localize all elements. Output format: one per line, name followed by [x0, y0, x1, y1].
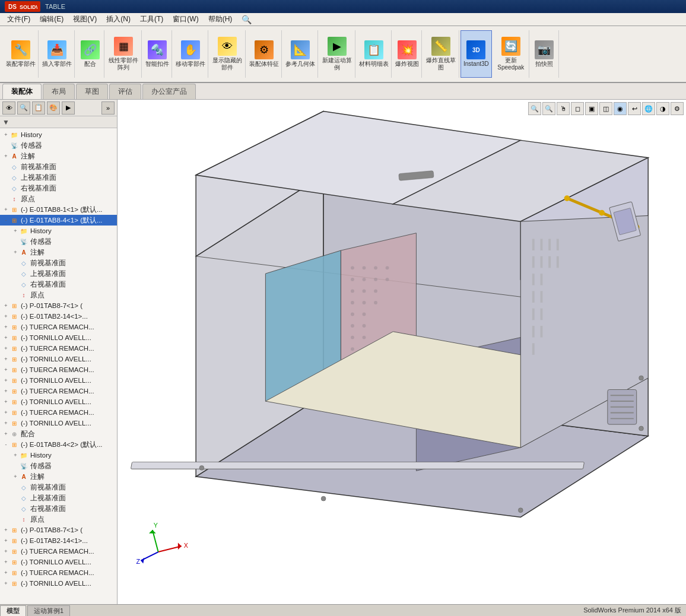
tree-expand-sensor1[interactable]: [2, 142, 9, 149]
toolbar-move[interactable]: ✋ 移动零部件: [173, 30, 208, 78]
tree-item-tuerca-remach3[interactable]: +⊞(-) TUERCA REMACH...: [0, 364, 117, 375]
tab-office[interactable]: 办公室产品: [142, 84, 196, 99]
tree-expand-part-e01tab2-14-2[interactable]: +: [2, 537, 9, 544]
zoom-in-btn[interactable]: 🔍: [528, 102, 541, 115]
menu-edit[interactable]: 编辑(E): [35, 13, 68, 26]
tab-sketch[interactable]: 草图: [76, 84, 108, 99]
tree-expand-plane-right1[interactable]: [2, 185, 9, 192]
tree-item-origin1[interactable]: ↕原点: [0, 193, 117, 204]
tree-item-plane-front2[interactable]: ◇前视基准面: [0, 258, 117, 268]
tree-expand-tornillo-avell6[interactable]: +: [2, 558, 9, 566]
tree-item-tuerca-remach5[interactable]: +⊞(-) TUERCA REMACH...: [0, 407, 117, 418]
tree-item-plane-top3[interactable]: ◇上视基准面: [0, 493, 117, 503]
tree-expand-part-e01tab8-4-2[interactable]: -: [2, 441, 9, 448]
tree-expand-sensor2[interactable]: [12, 238, 19, 245]
view-mode-btn[interactable]: ◻: [571, 102, 584, 115]
settings-btn[interactable]: ⚙: [671, 102, 684, 115]
tree-item-plane-right1[interactable]: ◇右视基准面: [0, 183, 117, 193]
toolbar-new-motion[interactable]: ▶ 新建运动算例: [319, 30, 355, 78]
tree-item-part-e01tab8-4-2[interactable]: -⊞(-) E-01TAB8-4<2> (默认...: [0, 439, 117, 450]
tree-expand-plane-top2[interactable]: [12, 270, 19, 277]
tree-item-tornillo-avell7[interactable]: +⊞(-) TORNILLO AVELL...: [0, 578, 117, 589]
tree-expand-sensor3[interactable]: [12, 462, 19, 469]
viewport[interactable]: 🔍 🔍 🖱 ◻ ▣ ◫ ◉ ↩ 🌐 ◑ ⚙: [117, 100, 686, 604]
tree-item-origin3[interactable]: ↕原点: [0, 514, 117, 525]
lp-play-btn[interactable]: ▶: [62, 101, 75, 115]
lp-list-btn[interactable]: 📋: [32, 101, 45, 115]
menu-help[interactable]: 帮助(H): [204, 13, 237, 26]
status-tab-model[interactable]: 模型: [0, 605, 26, 616]
status-tab-motion[interactable]: 运动算例1: [27, 605, 70, 616]
rotate-btn[interactable]: 🖱: [557, 102, 570, 115]
perspective-btn[interactable]: ◉: [614, 102, 627, 115]
section-btn[interactable]: ◫: [599, 102, 612, 115]
tree-item-part-e01tab2-14-2[interactable]: +⊞(-) E-01TAB2-14<1>...: [0, 535, 117, 546]
tree-item-plane-front3[interactable]: ◇前视基准面: [0, 482, 117, 493]
tree-expand-tuerca-remach3[interactable]: +: [2, 366, 9, 373]
toolbar-bom[interactable]: 📋 材料明细表: [357, 30, 392, 78]
tree-expand-tuerca-remach1[interactable]: +: [2, 323, 9, 331]
tree-item-sensor1[interactable]: 📡传感器: [0, 140, 117, 151]
tree-item-annotation1[interactable]: +A注解: [0, 151, 117, 161]
tree-item-annotation3[interactable]: +A注解: [0, 471, 117, 482]
toolbar-linear[interactable]: ▦ 线性零部件阵列: [106, 30, 142, 78]
tree-item-history3[interactable]: +📁History: [0, 450, 117, 461]
tree-expand-history3[interactable]: +: [12, 452, 19, 459]
tree-expand-plane-front2[interactable]: [12, 259, 19, 266]
tree-item-history1[interactable]: +📁History: [0, 129, 117, 140]
toolbar-update[interactable]: 🔄 更新Speedpak: [493, 30, 529, 78]
tree-item-tornillo-avell4[interactable]: +⊞(-) TORNILLO AVELL...: [0, 396, 117, 407]
tab-assembly[interactable]: 装配体: [2, 84, 42, 99]
tree-expand-mate1[interactable]: +: [2, 430, 9, 437]
tree-item-tuerca-remach2[interactable]: +⊞(-) TUERCA REMACH...: [0, 343, 117, 354]
lp-view-btn[interactable]: 👁: [2, 101, 15, 115]
tree-item-part-e01tab8-1[interactable]: +⊞(-) E-01TAB8-1<1> (默认...: [0, 204, 117, 215]
tree-expand-plane-right2[interactable]: [12, 281, 19, 288]
tree-item-tuerca-remach7[interactable]: +⊞(-) TUERCA REMACH...: [0, 567, 117, 578]
tree-item-tuerca-remach6[interactable]: +⊞(-) TUERCA REMACH...: [0, 546, 117, 557]
tree-item-plane-front1[interactable]: ◇前视基准面: [0, 161, 117, 172]
tree-expand-plane-front3[interactable]: [12, 484, 19, 491]
zoom-out-btn[interactable]: 🔍: [542, 102, 555, 115]
tree-expand-plane-top1[interactable]: [2, 174, 9, 181]
tree-item-tuerca-remach4[interactable]: +⊞(-) TUERCA REMACH...: [0, 386, 117, 396]
tree-item-tornillo-avell1[interactable]: +⊞(-) TORNILLO AVELL...: [0, 332, 117, 343]
tree-item-plane-right2[interactable]: ◇右视基准面: [0, 279, 117, 290]
tree-item-part-p01tab8-7-1[interactable]: +⊞(-) P-01TAB8-7<1> (: [0, 300, 117, 311]
tree-expand-tornillo-avell7[interactable]: +: [2, 580, 9, 587]
tree-item-tuerca-remach1[interactable]: +⊞(-) TUERCA REMACH...: [0, 322, 117, 332]
tree-item-history2[interactable]: +📁History: [0, 226, 117, 236]
toolbar-assemble[interactable]: 🔧 装配零部件: [4, 30, 39, 78]
tree-expand-part-p01tab8-7-2[interactable]: +: [2, 526, 9, 534]
toolbar-mate[interactable]: 🔗 配合: [76, 30, 104, 78]
toolbar-instant3d[interactable]: 3D Instant3D: [460, 30, 492, 78]
tree-item-part-p01tab8-7-2[interactable]: +⊞(-) P-01TAB8-7<1> (: [0, 525, 117, 535]
lp-search-btn[interactable]: 🔍: [17, 101, 30, 115]
toolbar-show[interactable]: 👁 显示隐藏的部件: [209, 30, 246, 78]
tree-expand-part-e01tab8-4-1[interactable]: -: [2, 217, 9, 224]
tree-expand-tornillo-avell5[interactable]: +: [2, 420, 9, 427]
tab-layout[interactable]: 布局: [43, 84, 75, 99]
tree-expand-tuerca-remach6[interactable]: +: [2, 548, 9, 555]
tree-item-part-e01tab2-14-1[interactable]: +⊞(-) E-01TAB2-14<1>...: [0, 311, 117, 322]
tree-expand-tuerca-remach5[interactable]: +: [2, 409, 9, 416]
toolbar-assembly-feature[interactable]: ⚙ 装配体特征: [247, 30, 282, 78]
tree-expand-plane-front1[interactable]: [2, 163, 9, 170]
tree-expand-tornillo-avell2[interactable]: +: [2, 355, 9, 363]
tree-item-annotation2[interactable]: +A注解: [0, 247, 117, 258]
half-circle-btn[interactable]: ◑: [656, 102, 669, 115]
tree-item-mate1[interactable]: +⊕配合: [0, 428, 117, 439]
tree-item-sensor2[interactable]: 📡传感器: [0, 236, 117, 247]
tree-expand-origin1[interactable]: [2, 195, 9, 202]
tab-evaluate[interactable]: 评估: [109, 84, 141, 99]
tree-expand-tuerca-remach4[interactable]: +: [2, 388, 9, 395]
menu-file[interactable]: 文件(F): [2, 13, 35, 26]
tree-expand-history1[interactable]: +: [2, 131, 9, 138]
shading-btn[interactable]: ▣: [585, 102, 598, 115]
tree-item-plane-top2[interactable]: ◇上视基准面: [0, 268, 117, 279]
tree-expand-history2[interactable]: +: [12, 227, 19, 234]
menu-insert[interactable]: 插入(N): [101, 13, 135, 26]
tree-item-tornillo-avell6[interactable]: +⊞(-) TORNILLO AVELL...: [0, 557, 117, 567]
tree-item-tornillo-avell5[interactable]: +⊞(-) TORNILLO AVELL...: [0, 418, 117, 428]
toolbar-insert[interactable]: 📥 插入零部件: [40, 30, 75, 78]
